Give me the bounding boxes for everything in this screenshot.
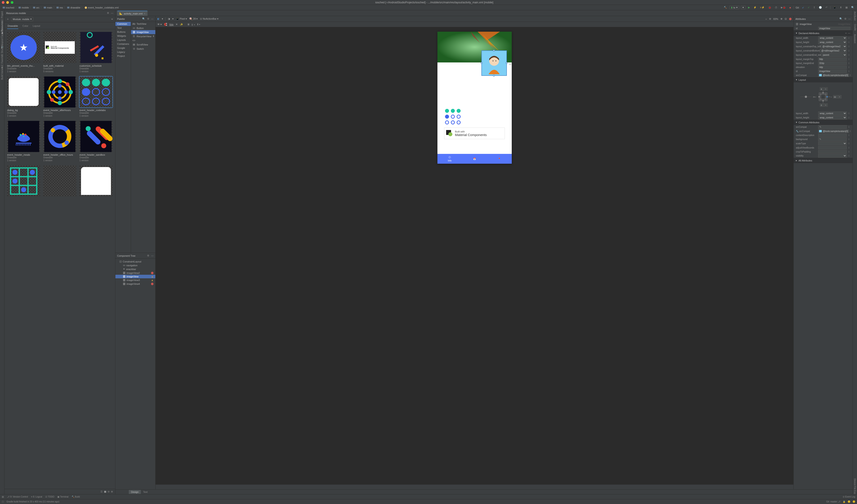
messages-icon[interactable]: ▤ [2,496,4,498]
attr-value-select[interactable]: wrap_content [818,111,847,115]
attr-value-select[interactable]: wrap_content [818,116,847,120]
search-everywhere-icon[interactable]: 🔍 [850,5,855,10]
palette-cat-common[interactable]: Common [115,22,131,26]
tree-root[interactable]: ◫ConstraintLayout [115,260,155,263]
palette-cat-legacy[interactable]: Legacy [115,50,131,54]
attr-flag[interactable]: ⁞ [847,66,850,69]
palette-cat-layouts[interactable]: Layouts [115,38,131,42]
attr-value-input[interactable] [818,66,847,69]
apply-changes-icon[interactable]: ⚡ [753,5,757,10]
zoom-fit-btn[interactable]: ⊡ [785,17,787,20]
align-icon[interactable]: ⫿ ▾ [192,23,195,26]
palette-widget-scrollview[interactable]: ▤ScrollView [131,42,155,47]
resource-item[interactable]: event_header_mealsDrawable 1 version [7,121,40,162]
design-canvas[interactable]: 32 Built [155,27,793,484]
crumb-file[interactable]: ⬤event_header_codelabs.xml [84,6,120,9]
git-revert-icon[interactable]: ↶ [825,5,828,10]
autoconnect-icon[interactable]: 🧲 [164,23,167,26]
tree-item-imageView3[interactable]: 🖼imageView3▲ [115,278,155,282]
resource-item[interactable]: event_header_sandboxDrawable 1 version [80,121,113,162]
resource-item[interactable]: event_header_afterhoursDrawable 1 versio… [43,76,76,118]
palette-cat-google[interactable]: Google [115,46,131,50]
resource-item[interactable] [80,166,113,198]
attr-value-input[interactable]: @tools:sample/avatars[0] [818,74,849,77]
attr-value-input[interactable] [818,57,847,61]
gradle-tool-tab[interactable]: Ant Build [849,11,857,20]
device-dropdown[interactable]: ▾ [741,5,745,10]
resources-hide-icon[interactable]: — [111,12,113,15]
debug-button[interactable]: 🐞 [767,5,772,10]
attr-flag[interactable]: ⁞ [847,58,850,60]
crumb-main[interactable]: main [43,6,53,9]
zoom-in-btn[interactable]: ⊕ [780,17,783,20]
attr-value-select[interactable]: parent [821,53,847,57]
crumb-module[interactable]: mobile [18,6,30,9]
list-view-icon[interactable]: ☰ [100,490,103,493]
attr-value-input[interactable] [818,62,847,65]
palette-cat-project[interactable]: Project [115,54,131,58]
footer-design-tab[interactable]: Design [129,490,141,494]
grid-view-icon[interactable]: ▦ [104,490,106,493]
attr-flag[interactable]: ⁞ [847,53,850,56]
layout-section-header[interactable]: ▾ Layout [794,77,853,82]
build-tab[interactable]: 🔨 Build [72,496,80,498]
readonly-lock-icon[interactable]: 🔒 [843,501,845,503]
tree-item-imageView[interactable]: 🖼imageView▲ [115,275,155,278]
resource-item[interactable]: customize_scheduleDrawable 1 version [80,32,113,73]
tab-layout[interactable]: Layout [32,24,40,29]
device-selector[interactable]: 📱 Pixel ▾ [176,17,187,20]
attr-value-input[interactable] [818,146,847,150]
pack-icon[interactable]: ≣ [187,23,189,26]
crumb-drawable[interactable]: drawable [66,6,81,9]
view-options-icon[interactable]: 👁 ▾ [157,23,162,26]
resources-settings-icon[interactable]: ⚙ [107,12,109,15]
warnings-icon[interactable]: ⬤ [789,17,792,20]
declared-attrs-header[interactable]: ▾ Declared Attributes＋ — [794,30,853,36]
attr-flag[interactable]: ⁞ [847,125,850,128]
attr-value-select[interactable]: @+id/imageView2 [820,49,847,53]
attr-flag[interactable]: ⁞ [850,74,851,77]
attr-search-icon[interactable]: 🔍 [839,17,842,20]
all-attrs-header[interactable]: ▸ All Attributes [794,158,853,163]
logcat-tab[interactable]: ≡ 6: Logcat [31,496,42,498]
theme-selector[interactable]: ⊙ NoActionBar ▾ [200,17,218,20]
sdk-manager-icon[interactable]: ⬇ [839,5,843,10]
stop-button[interactable]: ■ [789,6,792,10]
git-history-icon[interactable]: 🕘 [818,5,823,10]
project-tool-tab[interactable]: 1: Project [0,11,8,20]
palette-search-icon[interactable]: 🔍 [142,17,145,20]
attr-flag[interactable]: ⁞ [847,138,850,141]
selected-imageview[interactable]: 32 [482,51,506,75]
close-window[interactable] [2,1,4,4]
make-project-icon[interactable]: 🔨 [723,5,728,10]
resource-item[interactable]: btn_pinned_events_thu...Drawable 1 versi… [7,32,40,73]
palette-cat-widgets[interactable]: Widgets [115,34,131,38]
attr-settings-icon[interactable]: ⚙ [844,17,846,20]
attr-value-input[interactable] [818,70,847,73]
apply-code-changes-icon[interactable]: ≡⚡ [759,5,766,10]
avd-manager-icon[interactable]: 📱 [832,5,837,10]
attr-flag[interactable]: ⁞ [847,45,850,48]
editor-tab-activity-main[interactable]: 📐activity_main.xml× [117,11,148,16]
run-button[interactable]: ▶ [747,5,751,10]
attr-flag[interactable]: ⁞ [847,142,850,145]
tab-color[interactable]: Color [22,24,29,29]
default-margin[interactable]: 8dp [169,23,173,26]
palette-widget-switch[interactable]: ⊙Switch [131,47,155,51]
project-structure-icon[interactable]: ▦ [844,5,848,10]
build-variants-tab[interactable]: Build Variants [0,66,8,80]
attr-value-select[interactable] [818,154,847,158]
crumb-project[interactable]: iosched [2,6,15,9]
attr-picker[interactable]: ✎ [818,137,847,141]
attr-flag[interactable]: ⁞ [847,49,850,52]
git-branch[interactable]: Git: master ⎇ [826,501,840,503]
resource-item[interactable] [43,166,76,198]
run-config-dropdown[interactable]: ▮tv ▾ [729,5,739,10]
zoom-level[interactable]: 83% [773,18,778,20]
palette-widget-fragment[interactable]: <> [131,38,155,42]
attr-value-select[interactable]: @+id/imageView2 [821,45,847,48]
module-dropdown[interactable]: Module: mobile ▾ [11,17,33,21]
git-compare-icon[interactable]: ⥉ [812,5,816,10]
crumb-src[interactable]: src [32,6,40,9]
attr-value-input[interactable] [818,150,847,153]
